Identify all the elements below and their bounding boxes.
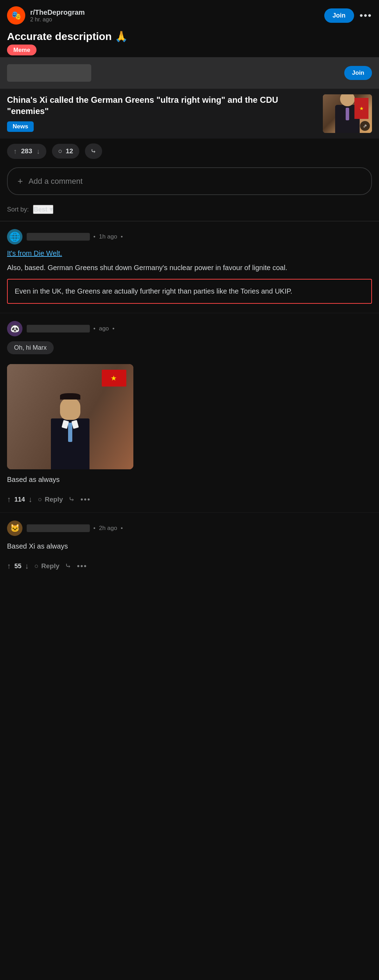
add-comment-label: Add a comment (29, 177, 83, 186)
comment-1-time: 1h ago (99, 233, 117, 240)
comment-2-actions: ↑ 114 ↓ ○ Reply ⤷ ••• (7, 490, 372, 509)
comment-image-inner: ★ (7, 364, 133, 469)
comment-2-username-blurred (27, 325, 90, 332)
comment-2-meta: • ago • (27, 325, 115, 332)
sort-label: Sort by: (7, 206, 29, 213)
comment-3-share-button[interactable]: ⤷ (65, 562, 71, 571)
comment-2-dot2: • (112, 325, 115, 332)
comment-2-sublabel: Oh, hi Marx (14, 344, 47, 351)
comment-1: 🌐 • 1h ago • It's from Die Welt. Also, b… (0, 221, 379, 313)
comment-3-upvote[interactable]: ↑ (7, 562, 11, 571)
comment-3-more-button[interactable]: ••• (77, 562, 87, 571)
comment-1-username-blurred (27, 233, 90, 240)
downvote-button[interactable]: ↓ (37, 147, 40, 155)
comment-2-vote-cluster: ↑ 114 ↓ (7, 495, 32, 504)
comment-3-reply-bubble-icon: ○ (34, 562, 38, 570)
external-link-icon[interactable]: ⇗ (360, 121, 370, 131)
comment-1-meta: • 1h ago • (27, 233, 123, 240)
comment-2-image: ★ (7, 364, 133, 469)
post-header: 🎭 r/TheDeprogram 2 hr. ago Join ••• (0, 0, 379, 28)
subreddit-name[interactable]: r/TheDeprogram (30, 8, 85, 16)
comments-count: 12 (65, 147, 73, 155)
comment-2-body: Based as always (7, 474, 372, 485)
sort-bar: Sort by: Best ▾ (0, 202, 379, 221)
post-actions-bar: ↑ 283 ↓ ○ 12 ⤷ (0, 138, 379, 164)
more-options-button[interactable]: ••• (360, 10, 372, 21)
comment-3-reply-label: Reply (41, 562, 60, 570)
comment-1-dot2: • (121, 233, 123, 240)
vote-cluster: ↑ 283 ↓ (7, 144, 46, 159)
comment-3-vote-count: 55 (14, 563, 21, 570)
globe-icon: 🌐 (9, 232, 20, 242)
comment-2-vote-count: 114 (14, 496, 25, 503)
comment-3: 🐱 • 2h ago • Based Xi as always ↑ 55 ↓ ○… (0, 513, 379, 579)
comment-3-share-icon: ⤷ (65, 562, 71, 570)
join-button-header[interactable]: Join (324, 8, 354, 23)
comment-2-share-icon: ⤷ (68, 495, 75, 504)
comment-3-actions: ↑ 55 ↓ ○ Reply ⤷ ••• (7, 557, 372, 576)
news-article-title: China's Xi called the German Greens "ult… (7, 94, 317, 117)
news-embed-top-bar: Join (0, 57, 379, 89)
comment-2-reply-label: Reply (45, 496, 63, 503)
comment-1-header: 🌐 • 1h ago • (7, 229, 372, 245)
post-flair-container: Meme (7, 47, 37, 54)
comment-2-more-button[interactable]: ••• (80, 495, 91, 504)
comment-3-meta: • 2h ago • (27, 524, 123, 532)
comment-3-dot: • (93, 525, 96, 532)
comment-3-time: 2h ago (99, 525, 117, 532)
downvote-icon: ↓ (37, 147, 40, 155)
plus-icon: + (18, 176, 23, 186)
share-button[interactable]: ⤷ (85, 143, 102, 159)
comment-1-dot: • (93, 233, 96, 240)
comment-1-link[interactable]: It's from Die Welt. (7, 250, 372, 258)
vote-count: 283 (21, 147, 32, 155)
subreddit-avatar: 🎭 (7, 6, 25, 25)
comment-2-dot: • (93, 325, 96, 332)
reply-bubble-icon: ○ (38, 496, 42, 503)
blurred-content (7, 64, 91, 82)
chevron-down-icon: ▾ (49, 205, 53, 213)
comment-2: 🐼 • ago • Oh, hi Marx ★ (0, 313, 379, 512)
comment-2-header: 🐼 • ago • (7, 321, 372, 336)
post-flair-tag: Meme (7, 45, 37, 56)
upvote-icon: ↑ (13, 147, 17, 155)
comment-2-avatar: 🐼 (7, 321, 22, 336)
share-icon: ⤷ (91, 147, 97, 155)
news-article-thumbnail: ★ ⇗ (323, 94, 372, 133)
post-title: Accurate description 🙏 (0, 28, 379, 47)
comment-3-vote-cluster: ↑ 55 ↓ (7, 562, 29, 571)
add-comment-bar[interactable]: + Add a comment (7, 167, 372, 195)
comment-3-username-blurred (27, 524, 90, 532)
comment-1-body: Also, based. German Greens shut down Ger… (7, 262, 372, 273)
comments-section: 🌐 • 1h ago • It's from Die Welt. Also, b… (0, 221, 379, 593)
sort-selector[interactable]: Best ▾ (33, 205, 53, 214)
comment-3-header: 🐱 • 2h ago • (7, 520, 372, 536)
comment-3-avatar: 🐱 (7, 520, 22, 536)
cat-icon: 🐱 (10, 524, 20, 533)
news-article-card[interactable]: China's Xi called the German Greens "ult… (0, 89, 379, 138)
comment-3-reply-button[interactable]: ○ Reply (34, 560, 59, 573)
join-button-embed[interactable]: Join (344, 66, 372, 80)
header-actions: Join ••• (324, 8, 372, 23)
news-flair-tag: News (7, 121, 34, 132)
news-article-text: China's Xi called the German Greens "ult… (7, 94, 317, 133)
comments-button[interactable]: ○ 12 (52, 144, 80, 159)
post-time: 2 hr. ago (30, 16, 52, 22)
comment-2-downvote[interactable]: ↓ (29, 495, 32, 504)
comment-2-share-button[interactable]: ⤷ (68, 495, 75, 504)
upvote-button[interactable]: ↑ (13, 147, 17, 155)
comment-1-avatar: 🌐 (7, 229, 22, 245)
comment-bubble-icon: ○ (58, 147, 62, 155)
comment-3-dot2: • (121, 525, 123, 532)
news-embed: Join China's Xi called the German Greens… (0, 57, 379, 138)
comment-2-reply-button[interactable]: ○ Reply (38, 493, 63, 506)
comment-3-body: Based Xi as always (7, 541, 372, 552)
comment-1-highlight: Even in the UK, the Greens are actually … (7, 279, 372, 304)
comment-3-downvote[interactable]: ↓ (25, 562, 29, 571)
sort-current-value: Best (34, 206, 48, 213)
panda-icon: 🐼 (10, 324, 20, 333)
comment-2-time: ago (99, 325, 109, 332)
comment-2-upvote[interactable]: ↑ (7, 495, 11, 504)
post-header-info: r/TheDeprogram 2 hr. ago (30, 8, 324, 23)
